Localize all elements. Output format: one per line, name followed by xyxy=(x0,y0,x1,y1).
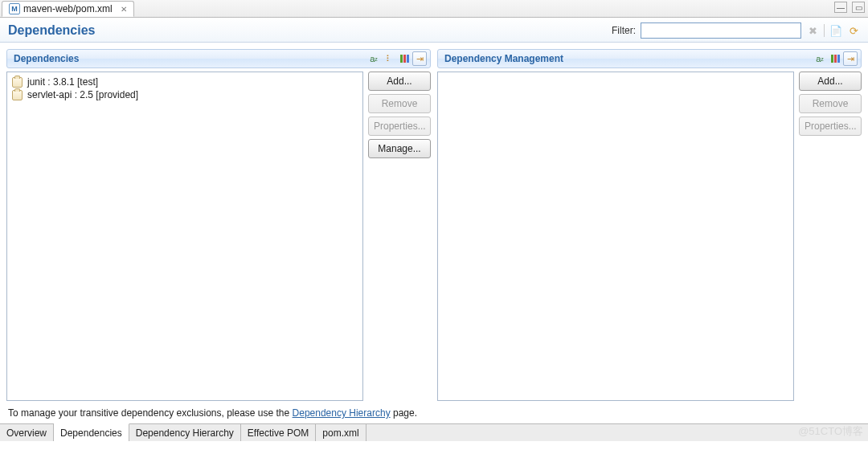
close-icon[interactable]: ✕ xyxy=(121,5,127,14)
remove-button[interactable]: Remove xyxy=(799,94,862,113)
expand-icon[interactable]: ⇥ xyxy=(412,51,427,66)
filter-bars-icon[interactable] xyxy=(828,51,842,66)
add-button[interactable]: Add... xyxy=(799,72,862,91)
file-tab-bar: M maven-web/pom.xml ✕ — ▭ xyxy=(0,0,868,18)
editor-tab-dependency-hierarchy[interactable]: Dependency Hierarchy xyxy=(129,424,241,441)
filter-area: Filter: ✖ 📄 ⟳ xyxy=(612,22,860,39)
dependencies-button-column: Add... Remove Properties... Manage... xyxy=(368,72,431,401)
toolbar-separator xyxy=(824,24,825,37)
hint-prefix: To manage your transitive dependency exc… xyxy=(8,407,293,419)
dependencies-panel-header: Dependencies az ⠇ ⇥ xyxy=(6,49,431,68)
dependencies-panel-tools: az ⠇ ⇥ xyxy=(366,51,427,66)
filter-label: Filter: xyxy=(612,25,636,36)
dependency-hierarchy-link[interactable]: Dependency Hierarchy xyxy=(293,407,391,419)
editor-tab-overview[interactable]: Overview xyxy=(0,424,54,441)
main-content: Dependencies az ⠇ ⇥ junit : 3.8.1 [test]… xyxy=(0,43,868,404)
editor-tab-effective-pom[interactable]: Effective POM xyxy=(241,424,316,441)
filter-bars-icon[interactable] xyxy=(397,51,411,66)
add-button[interactable]: Add... xyxy=(368,72,431,91)
maximize-button[interactable]: ▭ xyxy=(852,2,865,13)
dependencies-panel-title: Dependencies xyxy=(14,53,79,64)
hint-text: To manage your transitive dependency exc… xyxy=(0,404,868,423)
dependency-management-panel-tools: az ⇥ xyxy=(813,51,858,66)
maven-file-icon: M xyxy=(9,3,20,14)
dependency-management-panel-title: Dependency Management xyxy=(444,53,563,64)
open-pom-icon[interactable]: 📄 xyxy=(829,24,842,37)
list-item[interactable]: servlet-api : 2.5 [provided] xyxy=(10,88,359,101)
link-toggle-icon[interactable]: ⟳ xyxy=(847,24,860,37)
page-header: Dependencies Filter: ✖ 📄 ⟳ xyxy=(0,18,868,43)
minimize-button[interactable]: — xyxy=(834,2,847,13)
clear-filter-icon[interactable]: ✖ xyxy=(806,24,819,37)
dependencies-panel-body: junit : 3.8.1 [test] servlet-api : 2.5 [… xyxy=(6,72,431,401)
hierarchy-icon[interactable]: ⠇ xyxy=(382,51,396,66)
jar-icon xyxy=(12,90,23,100)
list-item-label: servlet-api : 2.5 [provided] xyxy=(27,89,138,100)
filter-input[interactable] xyxy=(641,22,801,39)
dependency-management-panel: Dependency Management az ⇥ Add... Remove… xyxy=(437,49,862,401)
editor-tab-dependencies[interactable]: Dependencies xyxy=(54,423,129,441)
dependency-management-button-column: Add... Remove Properties... xyxy=(799,72,862,401)
page-title: Dependencies xyxy=(8,23,95,38)
remove-button[interactable]: Remove xyxy=(368,94,431,113)
dependencies-list[interactable]: junit : 3.8.1 [test] servlet-api : 2.5 [… xyxy=(6,72,363,401)
editor-tabs: Overview Dependencies Dependency Hierarc… xyxy=(0,423,868,441)
dependencies-panel: Dependencies az ⠇ ⇥ junit : 3.8.1 [test]… xyxy=(6,49,431,401)
file-tab[interactable]: M maven-web/pom.xml ✕ xyxy=(2,1,134,17)
list-item-label: junit : 3.8.1 [test] xyxy=(27,76,98,88)
expand-icon[interactable]: ⇥ xyxy=(843,51,858,66)
file-tab-title: maven-web/pom.xml xyxy=(23,3,113,14)
sort-az-icon[interactable]: az xyxy=(813,51,827,66)
properties-button[interactable]: Properties... xyxy=(799,117,862,136)
hint-suffix: page. xyxy=(391,407,417,419)
dependency-management-list[interactable] xyxy=(437,72,794,401)
properties-button[interactable]: Properties... xyxy=(368,117,431,136)
dependency-management-panel-body: Add... Remove Properties... xyxy=(437,72,862,401)
list-item[interactable]: junit : 3.8.1 [test] xyxy=(10,76,359,88)
window-controls: — ▭ xyxy=(834,2,865,13)
dependency-management-panel-header: Dependency Management az ⇥ xyxy=(437,49,862,68)
editor-tab-pom-xml[interactable]: pom.xml xyxy=(316,424,366,441)
sort-az-icon[interactable]: az xyxy=(366,51,381,66)
manage-button[interactable]: Manage... xyxy=(368,139,431,158)
jar-icon xyxy=(12,77,23,88)
